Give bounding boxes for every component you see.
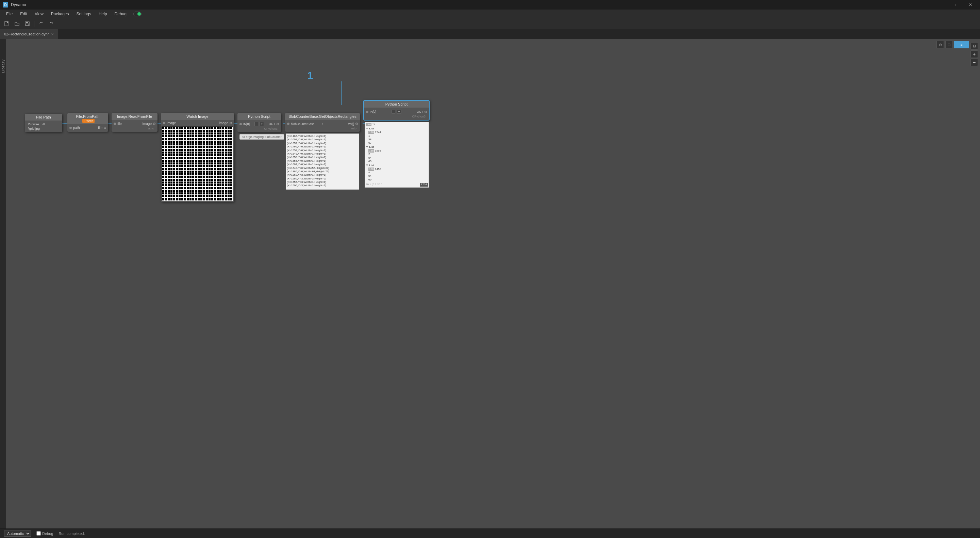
image-read-out-label: image [135,122,152,126]
file-path-out-port[interactable] [43,123,45,125]
image-read-out-port[interactable] [153,123,156,125]
python-script-1-body: IN[0] - + OUT CPython3 [237,120,281,132]
python-1-in-port[interactable] [239,123,242,125]
python-2-in-port[interactable] [366,111,368,113]
blob-counter-output: {X=1166,Y=0,Width=1,Height=1} {X=1009,Y=… [286,134,359,190]
menu-view[interactable]: View [31,11,47,18]
blob-counter-header: BlobCounterBase.GetObjectsRectangles [285,113,360,120]
menu-debug[interactable]: Debug [111,11,130,18]
watch-image-ports: image image [161,120,234,126]
fit-button[interactable]: ⊡ [970,42,978,50]
python-2-minus-btn[interactable]: - [391,110,395,114]
save-button[interactable] [23,20,31,28]
py2-list1-label: 71 [372,123,375,126]
from-path-in-port[interactable] [69,127,72,129]
node-python-script-1[interactable]: Python Script IN[0] - + OUT CPython3 AFo… [237,113,281,132]
debug-checkbox[interactable] [37,531,41,536]
node-file-from-path[interactable]: File.FromPath Frozen path file [67,113,108,132]
canvas-btn-1[interactable]: ⊙ [937,41,944,48]
blob-counter-in-label: blobCounterBase [291,122,320,126]
node-file-path[interactable]: File Path Browse... › \grid.jpg [25,114,62,132]
status-bar: Automatic Manual Debug Run completed. [0,528,980,538]
py2-val-1458: 1861458 [368,168,428,171]
tab-close-button[interactable]: ✕ [51,32,54,36]
menu-help[interactable]: Help [95,11,111,18]
py2-val-38: 38 [368,138,428,141]
py2-val-1553: 1861553 [368,149,428,153]
watch-image-out-label: image [198,121,229,125]
minimize-button[interactable]: — [937,0,950,10]
python-2-out-port[interactable] [425,111,427,113]
image-read-in-label: file [117,122,134,126]
image-read-body: file image auto [111,120,158,132]
python-1-out-port[interactable] [277,123,279,125]
aforge-badge: AForge.Imaging.BlobCounter [239,134,284,140]
python-1-in-label: IN[0] [243,122,253,126]
py2-list2-header: ▼ List [366,127,428,131]
python-2-plus-btn[interactable]: + [397,110,401,114]
frozen-badge: Frozen [82,119,95,123]
run-toggle[interactable] [134,11,142,16]
python-2-out-label: OUT [403,110,423,113]
python-1-out-label: OUT [265,122,275,126]
node-watch-image[interactable]: Watch Image image image [161,113,234,202]
library-label[interactable]: Library [1,59,5,73]
debug-checkbox-group: Debug [37,531,53,536]
py2-count: 1764 [420,183,428,186]
from-path-out-port[interactable] [104,127,106,129]
blob-counter-out-label: var[] [325,122,354,126]
output-line-3: {X=1466,Y=0,Width=1,Height=1} [287,145,358,148]
py2-list1-header: 186 71 [366,123,428,126]
svg-rect-3 [26,24,29,26]
close-button[interactable]: ✕ [964,0,977,10]
file-path-value-row: \grid.jpg [27,126,60,131]
python-1-plus-btn[interactable]: + [259,122,264,126]
menu-settings[interactable]: Settings [73,11,95,18]
menu-edit[interactable]: Edit [17,11,30,18]
menu-file[interactable]: File [3,11,16,18]
menu-packages[interactable]: Packages [48,11,72,18]
canvas-btn-3[interactable]: ≡ [954,41,969,48]
from-path-out-label: file [88,126,102,130]
py2-list3-body: 1861553 2 54 65 [366,149,428,163]
image-read-port-row: file image [114,122,156,126]
python-1-auto: CPython3 [239,127,279,131]
node-python-script-2[interactable]: Python Script IN[0] - + OUT CPython3 186… [363,100,430,121]
mode-select[interactable]: Automatic Manual [4,530,31,536]
blob-counter-in-port[interactable] [287,123,290,125]
mode-dropdown[interactable]: Automatic Manual [4,530,31,536]
file-path-browse-label: Browse... [28,122,42,126]
py2-list4-header: ▼ List [366,164,428,167]
menu-bar: File Edit View Packages Settings Help De… [0,10,980,18]
node-blob-counter[interactable]: BlobCounterBase.GetObjectsRectangles blo… [285,113,360,132]
output-line-7: {X=1655,Y=0,Width=1,Height=1} [287,160,358,163]
undo-button[interactable] [37,20,45,28]
tab-main[interactable]: 02-RectangleCreation.dyn* ✕ [0,29,58,39]
image-read-in-port[interactable] [114,123,116,125]
watch-image-out-port[interactable] [230,122,232,124]
main-area: Library 1 File Path [0,39,980,528]
zoom-in-button[interactable]: + [970,50,978,58]
py2-val-60: 60 [368,178,428,182]
maximize-button[interactable]: □ [950,0,964,10]
zoom-out-button[interactable]: − [970,59,978,66]
watch-image-in-port[interactable] [163,122,165,124]
status-message: Run completed. [59,532,85,536]
new-button[interactable] [3,20,11,28]
from-path-in-label: path [73,126,87,130]
blob-counter-body: blobCounterBase › var[] auto [285,120,360,132]
py2-list2-label: ▼ List [366,127,374,130]
library-sidebar[interactable]: Library [0,39,6,528]
py2-coords: 20.1 (0.2 20.1 [366,183,382,186]
py2-val-54: 54 [368,156,428,160]
open-button[interactable] [13,20,21,28]
blob-counter-out-port[interactable] [355,123,358,125]
redo-button[interactable] [47,20,56,28]
output-line-2: {X=1657,Y=0,Width=1,Height=1} [287,142,358,145]
run-dot [134,11,142,16]
python-2-output: 186 71 ▼ List 1861744 1 38 67 ▼ List 186… [365,122,429,188]
python-1-minus-btn[interactable]: - [255,122,258,126]
canvas-btn-2[interactable]: □ [945,41,953,48]
canvas[interactable]: 1 File Path Browse... › \grid.jpg File.F… [6,39,980,528]
node-image-read[interactable]: Image.ReadFromFile file image auto [111,113,158,132]
